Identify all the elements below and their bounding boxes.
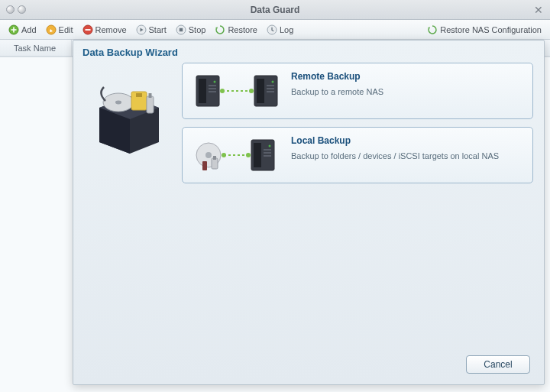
option-local-backup[interactable]: Local Backup Backup to folders / devices…: [182, 127, 533, 183]
log-icon: [267, 24, 277, 35]
svg-rect-25: [267, 91, 274, 92]
restore-nas-button[interactable]: Restore NAS Configuration: [423, 23, 545, 37]
svg-rect-17: [209, 85, 216, 86]
remote-backup-desc: Backup to a remote NAS: [291, 86, 383, 98]
svg-rect-38: [264, 152, 271, 154]
svg-point-16: [214, 81, 216, 83]
svg-rect-12: [147, 96, 154, 113]
restore-nas-icon: [427, 24, 438, 35]
restore-label: Restore: [228, 25, 257, 34]
svg-rect-32: [213, 156, 216, 160]
edit-icon: [46, 24, 57, 35]
start-button[interactable]: Start: [132, 23, 170, 37]
cancel-button[interactable]: Cancel: [466, 355, 530, 374]
remove-label: Remove: [95, 25, 127, 34]
log-button[interactable]: Log: [263, 23, 297, 37]
svg-point-22: [272, 81, 274, 83]
svg-point-9: [115, 101, 121, 105]
local-backup-icon: [192, 135, 282, 175]
remove-icon: [82, 24, 93, 35]
svg-point-28: [249, 89, 254, 93]
log-label: Log: [280, 25, 293, 34]
svg-rect-37: [264, 149, 271, 151]
restore-button[interactable]: Restore: [211, 23, 261, 37]
remote-backup-title: Remote Backup: [291, 71, 383, 82]
svg-rect-31: [212, 158, 218, 169]
toolbar: Add Edit Remove Start Stop Restore Log: [0, 20, 550, 40]
svg-point-42: [246, 153, 251, 157]
svg-rect-23: [267, 85, 274, 86]
svg-rect-33: [202, 161, 207, 170]
close-icon[interactable]: ✕: [533, 5, 544, 15]
stop-icon: [176, 24, 186, 35]
wizard-title: Data Backup Wizard: [73, 40, 544, 63]
remove-button[interactable]: Remove: [79, 23, 131, 37]
start-icon: [136, 24, 147, 35]
start-label: Start: [149, 25, 167, 34]
svg-rect-6: [180, 28, 183, 31]
title-bar: Data Guard ✕: [0, 0, 550, 20]
svg-rect-39: [264, 155, 271, 157]
window-title: Data Guard: [0, 5, 550, 15]
svg-point-41: [222, 153, 226, 157]
svg-rect-19: [209, 91, 216, 92]
svg-rect-3: [85, 29, 90, 31]
svg-rect-18: [209, 88, 216, 89]
svg-rect-24: [267, 88, 274, 89]
col-task-name[interactable]: Task Name: [8, 40, 72, 56]
add-label: Add: [21, 25, 37, 34]
svg-rect-11: [136, 93, 142, 97]
svg-point-30: [205, 152, 212, 158]
local-backup-title: Local Backup: [291, 135, 499, 146]
stop-button[interactable]: Stop: [172, 23, 210, 37]
add-button[interactable]: Add: [5, 23, 40, 37]
edit-button[interactable]: Edit: [42, 23, 77, 37]
local-backup-desc: Backup to folders / devices / iSCSI targ…: [291, 151, 499, 162]
option-remote-backup[interactable]: Remote Backup Backup to a remote NAS: [182, 63, 533, 119]
edit-label: Edit: [59, 25, 73, 34]
svg-rect-21: [257, 79, 264, 103]
svg-point-36: [269, 145, 271, 147]
add-icon: [8, 24, 19, 35]
restore-nas-label: Restore NAS Configuration: [440, 25, 542, 34]
svg-rect-13: [149, 93, 152, 98]
svg-point-27: [220, 89, 225, 93]
restore-icon: [215, 24, 225, 35]
data-backup-wizard: Data Backup Wizard: [73, 40, 545, 385]
stop-label: Stop: [189, 25, 206, 34]
wizard-illustration: [84, 63, 174, 348]
svg-rect-35: [254, 143, 261, 167]
remote-backup-icon: [192, 71, 282, 111]
svg-rect-15: [199, 79, 206, 103]
